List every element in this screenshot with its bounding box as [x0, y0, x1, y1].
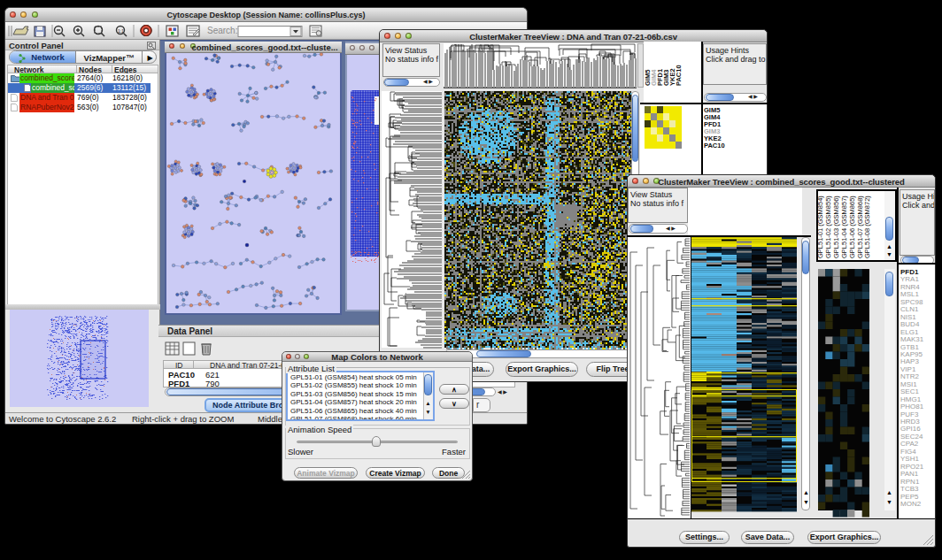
svg-text:PAC10: PAC10 [675, 65, 683, 86]
svg-text:GPL51-08 (GSM872): GPL51-08 (GSM872) [863, 196, 871, 258]
svg-text:1:1: 1:1 [118, 28, 124, 34]
svg-text:GPL51-01 (GSM854): GPL51-01 (GSM854) [816, 196, 824, 258]
svg-text:GPL51-04 (GSM857): GPL51-04 (GSM857) [840, 196, 848, 258]
svg-text:GPL51-03 (GSM856): GPL51-03 (GSM856) [832, 196, 840, 258]
svg-text:GPL51-07 (GSM868): GPL51-07 (GSM868) [856, 196, 864, 258]
svg-text:Search:: Search: [207, 26, 237, 35]
svg-text:GPL51-06 (GSM865): GPL51-06 (GSM865) [848, 196, 856, 258]
svg-text:GPL51-02 (GSM855): GPL51-02 (GSM855) [824, 196, 832, 258]
svg-text:PAC10: PAC10 [704, 142, 725, 150]
svg-text:MON2: MON2 [900, 500, 922, 508]
